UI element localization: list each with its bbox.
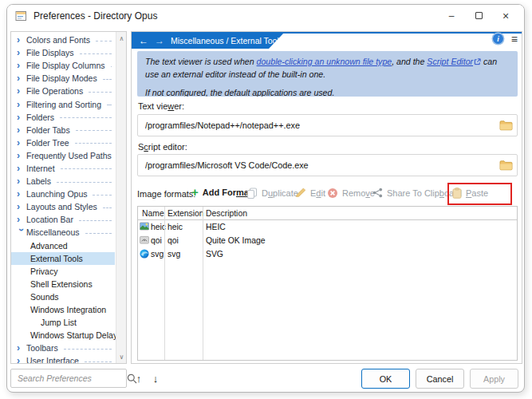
chevron-right-icon: › <box>17 49 26 57</box>
chevron-right-icon: › <box>17 164 26 172</box>
close-button[interactable]: × <box>492 6 519 26</box>
sidebar-item-advanced[interactable]: Advanced <box>11 239 115 252</box>
sidebar-item-folders[interactable]: ›Folders <box>11 111 115 124</box>
browse-script-editor-button[interactable] <box>495 160 517 171</box>
sidebar-item-launching-opus[interactable]: ›Launching Opus <box>11 188 115 200</box>
sidebar-scrollbar[interactable]: ∧ ∨ <box>116 32 126 363</box>
script-editor-label: Script editor: <box>138 142 187 152</box>
maximize-button[interactable] <box>465 6 492 26</box>
sidebar-item-location-bar[interactable]: ›Location Bar <box>11 213 115 226</box>
sidebar-item-folder-tree[interactable]: ›Folder Tree <box>11 136 115 149</box>
leader-line <box>80 53 112 54</box>
move-down-button[interactable]: ↓ <box>148 369 163 388</box>
apply-button[interactable]: Apply <box>470 369 518 389</box>
share-to-clipboard-button[interactable]: Share To Clipboard <box>372 188 462 198</box>
image-formats-table[interactable]: Name Extension Description heic heic HEI… <box>137 206 518 361</box>
sidebar-item-windows-startup-delay[interactable]: Windows Startup Delay <box>11 329 115 342</box>
sidebar-item-windows-integration[interactable]: Windows Integration <box>11 303 115 316</box>
scroll-up-icon[interactable]: ∧ <box>116 33 127 44</box>
image-formats-label: Image formats: <box>137 189 195 199</box>
preferences-category-tree: ›Colors and Fonts ›File Displays ›File D… <box>10 31 127 364</box>
window-title: Preferences - Directory Opus <box>33 10 157 22</box>
forward-icon[interactable]: → <box>155 36 164 45</box>
move-up-button[interactable]: ↑ <box>132 369 146 388</box>
leader-line <box>61 168 112 169</box>
script-editor-link[interactable]: Script Editor <box>427 57 473 66</box>
ok-button[interactable]: OK <box>361 369 410 389</box>
script-editor-field <box>137 154 518 176</box>
sidebar-item-external-tools[interactable]: External Tools <box>11 252 115 265</box>
sidebar-item-colors-and-fonts[interactable]: ›Colors and Fonts <box>11 34 115 46</box>
sidebar-item-sounds[interactable]: Sounds <box>11 290 115 303</box>
leader-line <box>103 207 112 208</box>
column-header-name[interactable]: Name <box>138 209 164 218</box>
chevron-right-icon: › <box>17 344 26 352</box>
column-header-description[interactable]: Description <box>203 209 247 218</box>
chevron-right-icon: › <box>17 357 26 364</box>
table-header-row[interactable]: Name Extension Description <box>138 207 517 220</box>
description-paragraph-1: The text viewer is used when double-clic… <box>145 56 510 81</box>
breadcrumb: Miscellaneous / External Tools <box>171 36 283 45</box>
unknown-file-type-link[interactable]: double-clicking an unknown file type <box>257 57 392 66</box>
leader-line <box>76 130 112 131</box>
sidebar-item-jump-list[interactable]: Jump List <box>11 316 115 329</box>
sidebar-item-toolbars[interactable]: ›Toolbars <box>11 342 115 354</box>
external-link-icon <box>474 57 481 69</box>
title-bar[interactable]: Preferences - Directory Opus – × <box>7 5 524 26</box>
table-row-svg[interactable]: svg svg SVG <box>138 247 517 261</box>
heic-file-icon <box>140 222 149 232</box>
sidebar-item-internet[interactable]: ›Internet <box>11 162 115 175</box>
back-icon[interactable]: ← <box>139 36 148 45</box>
chevron-right-icon: › <box>17 215 26 223</box>
table-row-qoi[interactable]: qoi qoi Quite OK Image <box>138 234 517 247</box>
search-input[interactable] <box>11 373 127 384</box>
external-tools-panel: ← → Miscellaneous / External Tools i ≡ T… <box>131 31 522 364</box>
sidebar-item-file-operations[interactable]: ›File Operations <box>11 85 115 97</box>
minimize-button[interactable]: – <box>438 6 465 26</box>
sidebar-item-layouts-and-styles[interactable]: ›Layouts and Styles <box>11 200 115 213</box>
paste-icon <box>452 188 462 199</box>
folder-icon <box>499 120 513 131</box>
sidebar-item-file-display-columns[interactable]: ›File Display Columns <box>11 59 115 72</box>
sidebar-item-shell-extensions[interactable]: Shell Extensions <box>11 278 115 290</box>
sidebar-item-labels[interactable]: ›Labels <box>11 175 115 188</box>
sidebar-item-privacy[interactable]: Privacy <box>11 265 115 278</box>
column-divider <box>164 207 165 360</box>
sidebar-item-frequently-used-paths[interactable]: ›Frequently Used Paths <box>11 149 115 162</box>
folder-icon <box>499 160 513 171</box>
scroll-down-icon[interactable]: ∨ <box>116 351 127 362</box>
chevron-right-icon: › <box>17 139 26 147</box>
search-preferences-box[interactable] <box>10 369 127 388</box>
sidebar-item-file-displays[interactable]: ›File Displays <box>11 46 115 59</box>
browse-text-viewer-button[interactable] <box>495 120 517 131</box>
info-button[interactable]: i <box>493 34 503 44</box>
menu-button[interactable]: ≡ <box>511 33 518 45</box>
table-row-heic[interactable]: heic heic HEIC <box>138 220 517 234</box>
text-viewer-field <box>137 114 518 136</box>
sidebar-item-user-interface[interactable]: ›User Interface <box>11 354 115 364</box>
chevron-down-icon: › <box>18 228 26 238</box>
chevron-right-icon: › <box>17 36 26 44</box>
sidebar-item-folder-tabs[interactable]: ›Folder Tabs <box>11 124 115 136</box>
paste-button[interactable]: Paste <box>452 188 488 199</box>
leader-line <box>57 182 112 183</box>
add-format-button[interactable]: + Add Format <box>191 188 252 197</box>
sidebar-item-file-display-modes[interactable]: ›File Display Modes <box>11 72 115 85</box>
cancel-button[interactable]: Cancel <box>416 369 464 389</box>
leader-line <box>75 143 112 144</box>
remove-button[interactable]: Remove <box>327 188 375 199</box>
sidebar-item-miscellaneous[interactable]: ›Miscellaneous <box>11 226 115 239</box>
edit-button[interactable]: Edit <box>295 188 325 198</box>
sidebar-item-filtering-and-sorting[interactable]: ›Filtering and Sorting <box>11 97 115 110</box>
column-header-extension[interactable]: Extension <box>164 209 203 218</box>
info-icon: i <box>497 35 499 43</box>
leader-line <box>85 233 112 234</box>
duplicate-button[interactable]: Duplicate <box>246 188 298 199</box>
image-formats-toolbar: Image formats: + Add Format Duplicate Ed… <box>132 182 522 206</box>
leader-line <box>96 41 112 41</box>
chevron-right-icon: › <box>17 61 26 69</box>
script-editor-input[interactable] <box>138 160 495 171</box>
leader-line <box>85 361 112 362</box>
qoi-file-icon <box>140 235 149 246</box>
text-viewer-input[interactable] <box>138 120 495 131</box>
